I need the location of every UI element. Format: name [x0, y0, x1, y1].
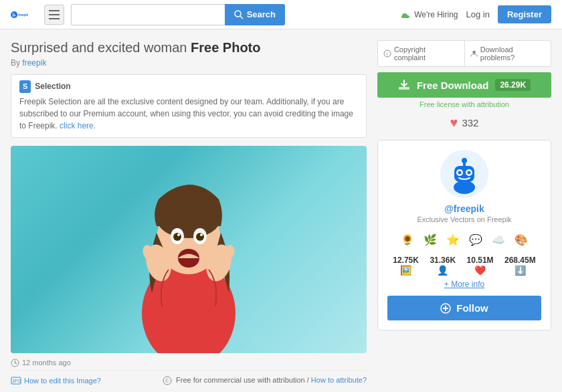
- avatar-image: [444, 154, 484, 194]
- image-icon: JPG: [11, 377, 21, 385]
- like-count: 332: [462, 117, 478, 128]
- svg-line-7: [240, 16, 243, 19]
- action-bar: i Copyright complaint Download problems?: [377, 40, 551, 67]
- author-icon-4: 💬: [466, 230, 485, 249]
- hiring-link[interactable]: We're Hiring: [400, 9, 458, 20]
- main-image: [11, 146, 367, 353]
- more-info-link[interactable]: + More info: [387, 280, 541, 289]
- search-bar: Search: [71, 4, 285, 25]
- svg-text:freepik: freepik: [18, 13, 28, 16]
- author-icon-2: 🌿: [421, 230, 440, 249]
- search-icon: [234, 10, 244, 19]
- click-here-link[interactable]: click here.: [60, 121, 96, 130]
- stat-likes: 10.51M ❤️: [467, 256, 494, 276]
- stat-photos: 12.75K 🖼️: [393, 256, 419, 276]
- author-description: Exclusive Vectors on Freepik: [387, 215, 541, 223]
- heart-icon[interactable]: ♥: [450, 115, 458, 130]
- search-button[interactable]: Search: [225, 4, 285, 25]
- header-right: We're Hiring Log in Register: [400, 5, 551, 23]
- license-info: © Free for commercial use with attributi…: [163, 376, 367, 385]
- svg-text:i: i: [386, 51, 387, 57]
- copyright-complaint[interactable]: i Copyright complaint: [378, 41, 465, 66]
- svg-point-16: [196, 233, 204, 241]
- hamburger-button[interactable]: [44, 5, 64, 25]
- svg-point-0: [11, 11, 17, 17]
- register-button[interactable]: Register: [498, 5, 551, 23]
- svg-text:©: ©: [165, 379, 169, 383]
- svg-rect-3: [12, 15, 16, 15]
- svg-point-6: [235, 11, 241, 17]
- header: freepik Search We're Hiring Log in Regis…: [0, 0, 562, 29]
- cc-icon: ©: [163, 376, 172, 385]
- search-input[interactable]: [71, 4, 225, 25]
- author-icon-6: 🎨: [512, 230, 531, 249]
- download-icon: [398, 79, 410, 91]
- cloud-icon: [400, 9, 411, 20]
- stat-downloads: 268.45M ⬇️: [504, 256, 536, 276]
- svg-point-44: [454, 181, 475, 194]
- svg-rect-4: [12, 15, 15, 16]
- svg-point-2: [13, 13, 14, 14]
- stats-row: 12.75K 🖼️ 31.36K 👤 10.51M ❤️ 268.45M ⬇️: [387, 256, 541, 276]
- svg-line-27: [15, 363, 17, 364]
- like-section: ♥ 332: [377, 115, 551, 130]
- login-link[interactable]: Log in: [466, 9, 490, 19]
- timestamp: 12 months ago: [11, 359, 367, 367]
- follow-icon: [440, 303, 451, 314]
- svg-point-17: [177, 233, 180, 236]
- right-column: i Copyright complaint Download problems?…: [377, 40, 551, 385]
- hamburger-icon: [49, 14, 60, 15]
- svg-point-34: [472, 51, 476, 54]
- stat-followers: 31.36K 👤: [430, 256, 456, 276]
- svg-rect-8: [401, 15, 409, 18]
- selection-header: S Selection: [19, 80, 358, 93]
- selection-box: S Selection Freepik Selection are all th…: [11, 74, 367, 138]
- author-icons: 🌻 🌿 ⭐ 💬 ☁️ 🎨: [387, 230, 541, 249]
- info-icon: i: [383, 50, 391, 58]
- svg-rect-35: [399, 87, 409, 90]
- download-button[interactable]: Free Download 26.29K: [377, 72, 551, 98]
- person-icon: [470, 50, 478, 58]
- download-problems[interactable]: Download problems?: [465, 41, 551, 66]
- svg-point-43: [462, 158, 467, 163]
- woman-illustration: [112, 159, 266, 353]
- svg-point-15: [173, 233, 181, 241]
- svg-point-40: [458, 171, 462, 175]
- clock-icon: [11, 359, 19, 367]
- author-icon-3: ⭐: [444, 230, 462, 249]
- logo-area: freepik: [11, 3, 33, 26]
- author-link[interactable]: freepik: [22, 58, 46, 68]
- how-to-attribute-link[interactable]: How to attribute?: [311, 376, 367, 384]
- selection-text: Freepik Selection are all the exclusive …: [19, 96, 358, 132]
- download-sublabel: Free license with attribution: [377, 100, 551, 108]
- author-icon-5: ☁️: [489, 230, 508, 249]
- author-card: @freepik Exclusive Vectors on Freepik 🌻 …: [377, 140, 551, 330]
- page-title: Surprised and excited woman Free Photo: [11, 40, 367, 56]
- svg-text:JPG: JPG: [12, 379, 21, 383]
- svg-point-41: [468, 171, 471, 175]
- svg-point-18: [200, 233, 203, 236]
- how-to-edit-link[interactable]: JPG How to edit this Image?: [11, 377, 101, 385]
- bottom-bar: JPG How to edit this Image? © Free for c…: [11, 370, 367, 385]
- follow-button[interactable]: Follow: [387, 296, 541, 320]
- author-icon-1: 🌻: [398, 230, 417, 249]
- author-line: By freepik: [11, 58, 367, 68]
- main-content: Surprised and excited woman Free Photo B…: [0, 29, 562, 392]
- svg-point-24: [145, 283, 232, 353]
- hamburger-icon: [49, 10, 60, 11]
- author-avatar: [440, 150, 488, 198]
- hamburger-icon: [49, 18, 60, 19]
- selection-badge: S: [19, 80, 31, 93]
- freepik-logo[interactable]: freepik: [11, 3, 33, 26]
- left-column: Surprised and excited woman Free Photo B…: [11, 40, 367, 385]
- author-name[interactable]: @freepik: [387, 203, 541, 214]
